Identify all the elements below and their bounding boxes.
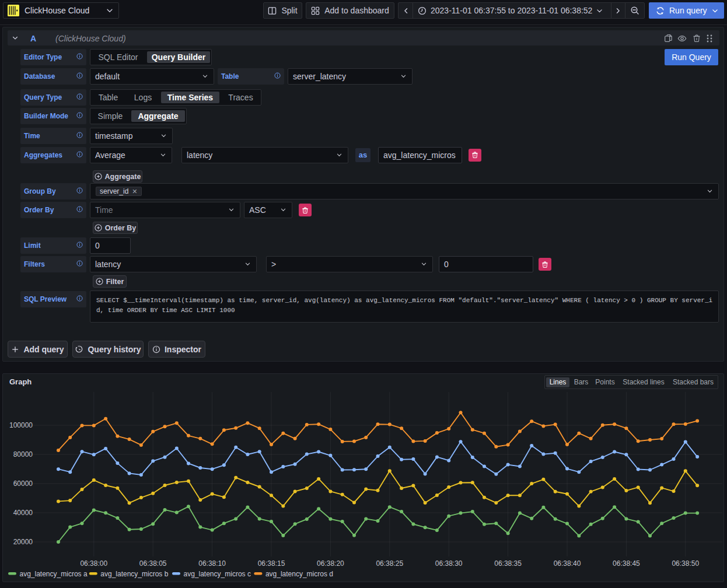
svg-text:06:38:45: 06:38:45 — [613, 559, 640, 568]
svg-text:06:38:35: 06:38:35 — [494, 559, 522, 568]
svg-text:60000: 60000 — [13, 480, 33, 488]
svg-text:06:38:25: 06:38:25 — [376, 559, 403, 568]
svg-text:06:38:10: 06:38:10 — [198, 559, 226, 568]
svg-text:06:38:50: 06:38:50 — [672, 559, 699, 568]
svg-text:06:38:15: 06:38:15 — [258, 559, 285, 568]
svg-text:100000: 100000 — [9, 421, 33, 429]
svg-text:06:38:40: 06:38:40 — [554, 559, 581, 568]
svg-text:80000: 80000 — [13, 450, 33, 459]
svg-text:20000: 20000 — [13, 538, 33, 546]
svg-text:40000: 40000 — [13, 509, 33, 517]
svg-text:06:38:30: 06:38:30 — [435, 559, 463, 568]
svg-text:06:38:00: 06:38:00 — [80, 559, 107, 568]
svg-text:avg_latency_micros b: avg_latency_micros b — [100, 570, 168, 578]
svg-text:06:38:20: 06:38:20 — [317, 559, 344, 568]
svg-text:avg_latency_micros c: avg_latency_micros c — [184, 570, 251, 578]
svg-text:avg_latency_micros a: avg_latency_micros a — [20, 570, 88, 578]
svg-text:06:38:05: 06:38:05 — [139, 559, 167, 568]
svg-text:avg_latency_micros d: avg_latency_micros d — [265, 570, 333, 578]
